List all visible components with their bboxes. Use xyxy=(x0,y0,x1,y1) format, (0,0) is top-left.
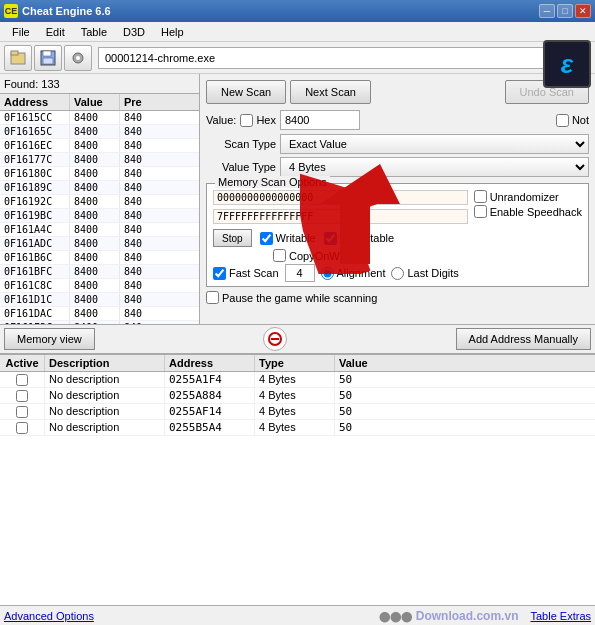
hex-checkbox[interactable] xyxy=(240,114,253,127)
toolbar-btn-save[interactable] xyxy=(34,45,62,71)
lastdigits-text: Last Digits xyxy=(407,267,458,279)
title-bar: CE Cheat Engine 6.6 ─ □ ✕ xyxy=(0,0,595,22)
value-type-select[interactable]: Byte 2 Bytes 4 Bytes 8 Bytes Float Doubl… xyxy=(280,157,589,177)
header-address: Address xyxy=(0,94,70,110)
bottom-toolbar: Memory view Add Address Manually xyxy=(0,324,595,354)
minimize-button[interactable]: ─ xyxy=(539,4,555,18)
list-item[interactable]: 0F1619BC 8400 840 xyxy=(0,209,199,223)
value-input[interactable] xyxy=(280,110,360,130)
writable-label[interactable]: Writable xyxy=(260,232,316,245)
saved-addresses-table: Active Description Address Type Value No… xyxy=(0,354,595,605)
status-bar: Advanced Options ⬤⬤⬤ Download.com.vn Tab… xyxy=(0,605,595,625)
list-item[interactable]: 0F161B6C 8400 840 xyxy=(0,251,199,265)
hex-range-start[interactable] xyxy=(213,190,468,205)
main-window: CE Cheat Engine 6.6 ─ □ ✕ File Edit Tabl… xyxy=(0,0,595,625)
not-checkbox[interactable] xyxy=(556,114,569,127)
scan-type-select[interactable]: Exact Value Bigger than... Smaller than.… xyxy=(280,134,589,154)
list-item[interactable]: 0F161A4C 8400 840 xyxy=(0,223,199,237)
close-button[interactable]: ✕ xyxy=(575,4,591,18)
list-item[interactable]: 0F1616EC 8400 840 xyxy=(0,139,199,153)
left-panel: Found: 133 Address Value Pre 0F1615CC 84… xyxy=(0,74,200,324)
window-title: Cheat Engine 6.6 xyxy=(22,5,535,17)
list-item[interactable]: 0F16180C 8400 840 xyxy=(0,167,199,181)
pause-game-checkbox[interactable] xyxy=(206,291,219,304)
add-address-button[interactable]: Add Address Manually xyxy=(456,328,591,350)
app-icon: CE xyxy=(4,4,18,18)
maximize-button[interactable]: □ xyxy=(557,4,573,18)
menu-file[interactable]: File xyxy=(4,24,38,40)
menu-edit[interactable]: Edit xyxy=(38,24,73,40)
watermark-text: ⬤⬤⬤ Download.com.vn xyxy=(379,609,518,623)
toolbar-btn-open[interactable] xyxy=(4,45,32,71)
svg-point-6 xyxy=(76,56,80,60)
saved-active-checkbox[interactable] xyxy=(16,406,28,418)
unrandomizer-label[interactable]: Unrandomizer xyxy=(474,190,582,203)
status-right: ⬤⬤⬤ Download.com.vn Table Extras xyxy=(379,609,591,623)
list-item[interactable]: 0F16177C 8400 840 xyxy=(0,153,199,167)
saved-row[interactable]: No description 0255A1F4 4 Bytes 50 xyxy=(0,372,595,388)
toolbar-btn-settings[interactable] xyxy=(64,45,92,71)
list-item[interactable]: 0F161C8C 8400 840 xyxy=(0,279,199,293)
hex-range-row: Unrandomizer Enable Speedhack xyxy=(213,190,582,226)
saved-row[interactable]: No description 0255A884 4 Bytes 50 xyxy=(0,388,595,404)
list-item[interactable]: 0F16189C 8400 840 xyxy=(0,181,199,195)
found-count: Found: 133 xyxy=(0,74,199,94)
next-scan-button[interactable]: Next Scan xyxy=(290,80,371,104)
not-checkbox-label[interactable]: Not xyxy=(556,114,589,127)
address-list[interactable]: 0F1615CC 8400 840 0F16165C 8400 840 0F16… xyxy=(0,111,199,324)
table-extras-link[interactable]: Table Extras xyxy=(530,610,591,622)
menu-help[interactable]: Help xyxy=(153,24,192,40)
saved-row[interactable]: No description 0255B5A4 4 Bytes 50 xyxy=(0,420,595,436)
list-item[interactable]: 0F161DAC 8400 840 xyxy=(0,307,199,321)
saved-active-checkbox[interactable] xyxy=(16,374,28,386)
executable-label[interactable]: Executable xyxy=(324,232,394,245)
window-controls: ─ □ ✕ xyxy=(539,4,591,18)
fastscan-checkbox[interactable] xyxy=(213,267,226,280)
writable-checkbox[interactable] xyxy=(260,232,273,245)
menu-table[interactable]: Table xyxy=(73,24,115,40)
saved-header-type: Type xyxy=(255,355,335,371)
list-item[interactable]: 0F16192C 8400 840 xyxy=(0,195,199,209)
toolbar: 00001214-chrome.exe ε Settings xyxy=(0,42,595,74)
copyonwrite-checkbox[interactable] xyxy=(273,249,286,262)
list-item[interactable]: 0F161ADC 8400 840 xyxy=(0,237,199,251)
scan-props-row: Stop Writable Executable xyxy=(213,229,582,247)
fastscan-label[interactable]: Fast Scan xyxy=(213,267,279,280)
not-label: Not xyxy=(572,114,589,126)
new-scan-button[interactable]: New Scan xyxy=(206,80,286,104)
lastdigits-radio[interactable] xyxy=(391,267,404,280)
menu-d3d[interactable]: D3D xyxy=(115,24,153,40)
speedhack-label[interactable]: Enable Speedhack xyxy=(474,205,582,218)
ce-logo: ε xyxy=(543,40,591,88)
copyonwrite-label[interactable]: CopyOnWrite xyxy=(273,249,355,262)
speedhack-checkbox[interactable] xyxy=(474,205,487,218)
saved-active-checkbox[interactable] xyxy=(16,390,28,402)
open-icon xyxy=(10,50,26,66)
process-display[interactable]: 00001214-chrome.exe xyxy=(98,47,587,69)
executable-text: Executable xyxy=(340,232,394,244)
advanced-options-link[interactable]: Advanced Options xyxy=(4,610,379,622)
stop-icon[interactable] xyxy=(263,327,287,351)
fastscan-text: Fast Scan xyxy=(229,267,279,279)
stop-button[interactable]: Stop xyxy=(213,229,252,247)
memory-view-button[interactable]: Memory view xyxy=(4,328,95,350)
hex-range-end[interactable] xyxy=(213,209,468,224)
pause-game-label[interactable]: Pause the game while scanning xyxy=(206,291,589,304)
alignment-label[interactable]: Alignment xyxy=(321,267,386,280)
list-item[interactable]: 0F1615CC 8400 840 xyxy=(0,111,199,125)
list-item[interactable]: 0F16165C 8400 840 xyxy=(0,125,199,139)
list-item[interactable]: 0F161D1C 8400 840 xyxy=(0,293,199,307)
executable-checkbox[interactable] xyxy=(324,232,337,245)
svg-rect-3 xyxy=(43,51,51,56)
save-icon xyxy=(40,50,56,66)
unrandomizer-checkbox[interactable] xyxy=(474,190,487,203)
list-item[interactable]: 0F161BFC 8400 840 xyxy=(0,265,199,279)
saved-active-checkbox[interactable] xyxy=(16,422,28,434)
alignment-radio[interactable] xyxy=(321,267,334,280)
saved-row[interactable]: No description 0255AF14 4 Bytes 50 xyxy=(0,404,595,420)
fast-scan-row: Fast Scan Alignment Last Digits xyxy=(213,264,582,282)
fastscan-value[interactable] xyxy=(285,264,315,282)
hex-checkbox-label[interactable]: Hex xyxy=(240,114,276,127)
svg-rect-1 xyxy=(11,51,18,55)
lastdigits-label[interactable]: Last Digits xyxy=(391,267,458,280)
